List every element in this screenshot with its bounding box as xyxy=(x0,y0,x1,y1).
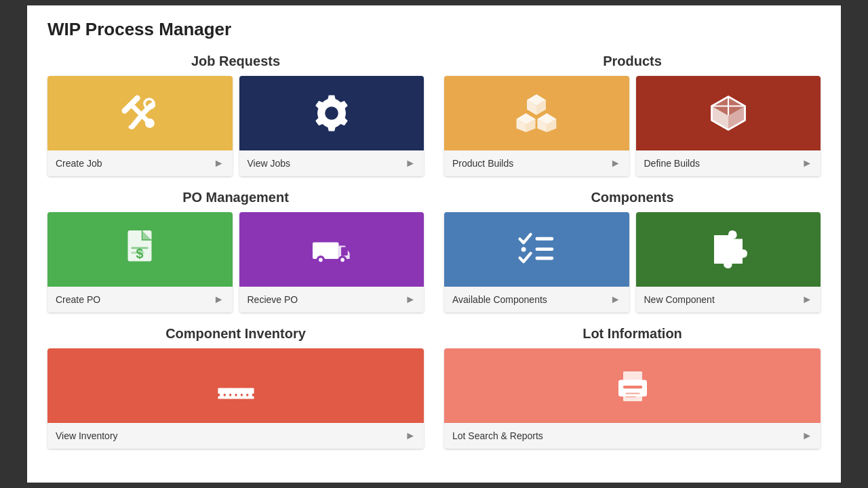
warehouse-icon xyxy=(212,362,260,409)
box-icon xyxy=(705,89,752,137)
card-label-view-jobs: View Jobs ► xyxy=(239,150,425,176)
arrow-icon: ► xyxy=(802,430,812,442)
card-define-builds[interactable]: Define Builds ► xyxy=(636,76,821,176)
card-create-po[interactable]: $ Create PO ► xyxy=(47,212,233,312)
arrow-icon: ► xyxy=(610,157,621,169)
card-icon-receive-po xyxy=(239,212,425,287)
svg-rect-36 xyxy=(536,247,554,251)
arrow-icon: ► xyxy=(405,157,416,169)
section-po-management: PO Management $ xyxy=(47,190,424,312)
svg-rect-53 xyxy=(623,386,642,388)
card-icon-view-inventory xyxy=(47,348,424,423)
wrench-icon xyxy=(116,89,163,137)
card-label-create-job: Create Job ► xyxy=(47,150,233,176)
invoice-icon: $ xyxy=(116,226,163,273)
section-title-po-management: PO Management xyxy=(47,190,424,205)
svg-rect-43 xyxy=(242,393,246,397)
svg-rect-44 xyxy=(248,393,252,397)
svg-rect-29 xyxy=(341,247,348,256)
arrow-icon: ► xyxy=(214,157,224,169)
svg-rect-54 xyxy=(625,393,639,394)
card-icon-view-jobs xyxy=(239,76,425,150)
section-title-components: Components xyxy=(444,190,821,205)
card-icon-lot-search xyxy=(444,348,821,423)
card-icon-product-builds xyxy=(444,76,629,150)
card-view-jobs[interactable]: View Jobs ► xyxy=(239,76,425,176)
card-available-components[interactable]: Available Components ► xyxy=(444,212,629,312)
card-view-inventory[interactable]: View Inventory ► xyxy=(47,348,424,449)
svg-rect-49 xyxy=(229,388,243,394)
section-title-lot-information: Lot Information xyxy=(444,326,821,342)
section-component-inventory: Component Inventory xyxy=(47,326,424,449)
svg-rect-51 xyxy=(623,371,642,382)
section-job-requests: Job Requests xyxy=(47,54,424,176)
section-components: Components xyxy=(444,190,821,312)
arrow-icon: ► xyxy=(405,430,416,442)
svg-point-6 xyxy=(325,106,338,120)
section-title-component-inventory: Component Inventory xyxy=(47,326,424,342)
checklist-icon xyxy=(513,226,560,273)
svg-rect-48 xyxy=(237,393,241,397)
arrow-icon: ► xyxy=(802,293,812,306)
svg-rect-27 xyxy=(313,243,339,260)
card-label-receive-po: Recieve PO ► xyxy=(239,287,425,312)
svg-rect-55 xyxy=(625,396,635,397)
puzzle-icon xyxy=(705,226,752,273)
svg-rect-34 xyxy=(536,237,554,241)
card-label-new-component: New Component ► xyxy=(636,287,821,312)
svg-rect-45 xyxy=(241,388,254,394)
gear-icon xyxy=(308,89,355,137)
svg-rect-41 xyxy=(218,388,231,394)
card-create-job[interactable]: Create Job ► xyxy=(47,76,233,176)
section-title-job-requests: Job Requests xyxy=(47,54,424,69)
app-title: WIP Process Manager xyxy=(47,19,821,40)
section-products: Products xyxy=(444,54,821,176)
arrow-icon: ► xyxy=(802,157,812,169)
svg-point-35 xyxy=(521,247,526,252)
card-label-available-components: Available Components ► xyxy=(444,287,629,312)
arrow-icon: ► xyxy=(405,293,416,306)
card-lot-search[interactable]: Lot Search & Reports ► xyxy=(444,348,821,449)
card-label-create-po: Create PO ► xyxy=(47,287,233,312)
svg-point-31 xyxy=(319,258,323,262)
card-label-product-builds: Product Builds ► xyxy=(444,150,629,176)
svg-rect-52 xyxy=(623,390,642,402)
section-title-products: Products xyxy=(444,54,821,69)
card-product-builds[interactable]: Product Builds ► xyxy=(444,76,629,176)
card-icon-new-component xyxy=(636,212,821,287)
card-icon-create-po: $ xyxy=(47,212,233,287)
svg-rect-26 xyxy=(132,252,145,254)
card-icon-available-components xyxy=(444,212,629,287)
card-icon-create-job xyxy=(47,76,233,150)
svg-point-33 xyxy=(340,258,344,262)
card-label-view-inventory: View Inventory ► xyxy=(47,423,424,449)
svg-rect-40 xyxy=(225,393,229,397)
svg-rect-47 xyxy=(231,393,235,397)
svg-rect-25 xyxy=(132,247,149,249)
svg-rect-39 xyxy=(220,393,224,397)
card-receive-po[interactable]: Recieve PO ► xyxy=(239,212,425,312)
card-icon-define-builds xyxy=(636,76,821,150)
card-label-lot-search: Lot Search & Reports ► xyxy=(444,423,821,449)
printer-icon xyxy=(609,362,656,409)
svg-rect-37 xyxy=(536,257,554,260)
cubes-icon xyxy=(513,89,560,137)
arrow-icon: ► xyxy=(610,293,621,306)
section-lot-information: Lot Information xyxy=(444,326,821,449)
truck-icon xyxy=(308,226,355,273)
card-label-define-builds: Define Builds ► xyxy=(636,150,821,176)
arrow-icon: ► xyxy=(214,293,224,306)
card-new-component[interactable]: New Component ► xyxy=(636,212,821,312)
